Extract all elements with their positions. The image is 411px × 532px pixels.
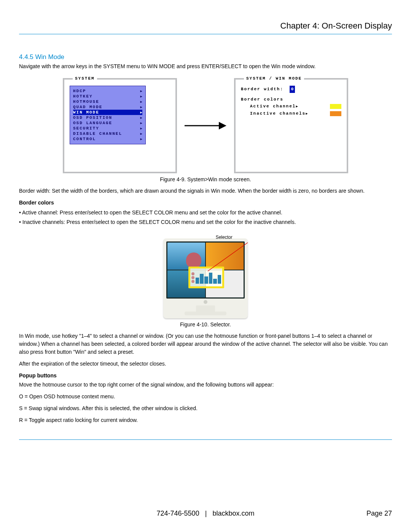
selector-overlay bbox=[188, 267, 225, 288]
selector-label: Selector bbox=[216, 235, 233, 240]
figure-4-9: SYSTEM HDCP▶HOTKEY▶HOTMOUSE▶QUAD MODE▶WI… bbox=[19, 78, 392, 173]
popup-buttons-heading: Popup buttons bbox=[19, 372, 392, 379]
border-colors-label: Border colors bbox=[241, 96, 341, 103]
timeout-paragraph: After the expiration of the selector tim… bbox=[19, 360, 392, 368]
border-colors-heading: Border colors bbox=[19, 200, 392, 206]
menu-item-hdcp: HDCP▶ bbox=[73, 88, 142, 94]
menu-item-win-mode: WIN MODE▶ bbox=[73, 110, 142, 115]
menu-item-security: SECURITY▶ bbox=[73, 126, 142, 131]
osd-winmode-title: SYSTEM / WIN MODE bbox=[244, 76, 304, 81]
menu-item-control: CONTROL▶ bbox=[73, 136, 142, 142]
osd-system-title: SYSTEM bbox=[73, 76, 97, 81]
page-footer: 724-746-5500 | blackbox.com Page 27 bbox=[19, 510, 392, 518]
border-width-label: Border width: bbox=[241, 86, 284, 93]
active-color-swatch bbox=[330, 104, 341, 109]
menu-item-disable-channel: DISABLE CHANNEL▶ bbox=[73, 131, 142, 136]
menu-item-quad-mode: QUAD MODE▶ bbox=[73, 104, 142, 110]
menu-item-hotmouse: HOTMOUSE▶ bbox=[73, 99, 142, 104]
figure-4-10: Selector bbox=[19, 238, 392, 318]
figure-4-10-caption: Figure 4-10. Selector. bbox=[19, 321, 392, 328]
osd-system-box: SYSTEM HDCP▶HOTKEY▶HOTMOUSE▶QUAD MODE▶WI… bbox=[63, 78, 177, 173]
winmode-paragraph: In Win mode, use hotkey "1–4" to select … bbox=[19, 332, 392, 356]
chapter-header: Chapter 4: On-Screen Display bbox=[19, 21, 392, 34]
system-menu: HDCP▶HOTKEY▶HOTMOUSE▶QUAD MODE▶WIN MODE▶… bbox=[70, 86, 146, 144]
arrow-icon bbox=[185, 118, 226, 133]
intro-text: Navigate with the arrow keys in the SYST… bbox=[19, 62, 392, 70]
bullet-active-channel: • Active channel: Press enter/select to … bbox=[19, 208, 392, 217]
active-channel-label: Active channel bbox=[250, 104, 296, 109]
bullet-inactive-channels: • Inactive channels: Press enter/select … bbox=[19, 217, 392, 227]
border-width-paragraph: Border width: Set the width of the borde… bbox=[19, 187, 392, 195]
menu-item-osd-language: OSD LANGUAGE▶ bbox=[73, 120, 142, 126]
footer-phone: 724-746-5500 bbox=[157, 510, 199, 517]
popup-r: R = Toggle aspect ratio locking for curr… bbox=[19, 416, 392, 424]
popup-intro: Move the hotmouse cursor to the top righ… bbox=[19, 381, 392, 389]
footer-separator: | bbox=[205, 510, 207, 517]
inactive-channels-label: Inactive channels bbox=[250, 111, 306, 116]
menu-item-hotkey: HOTKEY▶ bbox=[73, 94, 142, 99]
menu-item-osd-position: OSD POSITION▶ bbox=[73, 115, 142, 120]
border-width-value: 0 bbox=[290, 86, 295, 93]
popup-s: S = Swap signal windows. After this is s… bbox=[19, 404, 392, 412]
inactive-color-swatch bbox=[330, 111, 341, 116]
osd-winmode-box: SYSTEM / WIN MODE Border width: 0 Border… bbox=[234, 78, 348, 173]
figure-4-9-caption: Figure 4-9. System>Win mode screen. bbox=[19, 176, 392, 182]
section-heading: 4.4.5 Win Mode bbox=[19, 53, 392, 61]
monitor-illustration bbox=[163, 238, 248, 318]
svg-marker-1 bbox=[219, 122, 226, 129]
footer-site: blackbox.com bbox=[212, 510, 254, 517]
popup-o: O = Open OSD hotmouse context menu. bbox=[19, 393, 392, 401]
